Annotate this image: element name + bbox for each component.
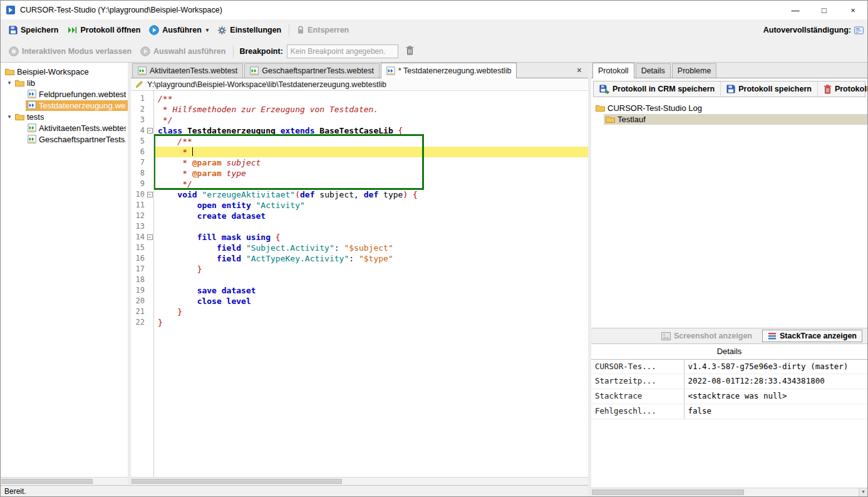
tab-details[interactable]: Details [636,63,671,78]
tree-item[interactable]: Testlauf [591,113,867,125]
code-line[interactable]: } [154,264,588,275]
code-line[interactable]: * @param subject [154,157,588,168]
close-button[interactable]: × [839,1,867,19]
line-number: 4 [131,125,146,136]
save-button[interactable]: Speichern [4,23,63,37]
code-editor[interactable]: 12345678910111213141516171819202122 −−− … [131,91,588,477]
open-protocol-label: Protokoll öffnen [80,26,140,34]
breakpoint-delete-button[interactable] [402,44,418,59]
code-line[interactable]: /** [154,93,588,104]
line-number: 14 [131,232,146,243]
line-number: 16 [131,253,146,264]
line-number: 21 [131,306,146,317]
code-text[interactable]: /** * Hilfsmethoden zur Erzeugung von Te… [154,91,588,477]
debug-toolbar: Interaktiven Modus verlassen Auswahl aus… [1,41,867,63]
scrollbar-thumb[interactable] [592,489,744,495]
unlock-button[interactable]: Entsperren [292,23,353,37]
open-protocol-button[interactable]: Protokoll öffnen [63,23,145,37]
code-line[interactable] [154,221,588,232]
breakpoint-label: Breakpoint: [239,47,282,56]
code-line[interactable] [154,275,588,285]
expander-icon[interactable]: ▾ [6,80,13,86]
webtestlib-icon [28,90,36,98]
tab-label: AktivitaetenTests.webtest [150,66,237,75]
details-row: Startzeitp...2022-08-01T12:28:33.4343818… [591,374,867,389]
code-line[interactable]: */ [154,115,588,125]
code-line[interactable]: void "erzeugeAktivitaet"(def subject, de… [154,189,588,200]
code-line[interactable]: * @param type [154,168,588,179]
show-stacktrace-button[interactable]: StackTrace anzeigen [762,330,862,342]
code-line[interactable]: fill mask using { [154,232,588,243]
code-line[interactable]: /** [154,136,588,147]
trash-icon [824,85,832,94]
tree-item[interactable]: Beispiel-Workspace [1,66,128,77]
unlock-label: Entsperren [307,26,349,34]
code-line[interactable]: save dataset [154,285,588,296]
tree-item[interactable]: ▾lib [1,77,128,88]
tree-item[interactable]: ▾tests [1,111,128,122]
fold-marker[interactable]: − [147,234,153,240]
fold-marker[interactable]: − [147,128,153,133]
code-line[interactable]: class Testdatenerzeugung extends BaseTes… [154,125,588,136]
tab-label: Details [641,66,665,75]
run-selection-button[interactable]: Auswahl ausführen [136,44,230,59]
tab-aktivitaetentests[interactable]: AktivitaetenTests.webtest [132,63,243,78]
code-line[interactable]: */ [154,179,588,189]
code-line[interactable]: create dataset [154,211,588,221]
editor-panel: AktivitaetenTests.webtest Geschaeftspart… [131,63,588,485]
tree-item[interactable]: GeschaeftspartnerTests.webtest [1,133,128,145]
code-line[interactable]: field "ActTypeKey.Activity": "$type" [154,253,588,264]
save-protocol-button[interactable]: Protokoll speichern [721,81,818,97]
save-protocol-crm-button[interactable]: Protokoll in CRM speichern [594,81,721,97]
code-line[interactable]: close level [154,296,588,306]
tree-hscrollbar[interactable] [1,477,128,485]
editor-hscrollbar[interactable] [131,477,588,485]
tree-item[interactable]: Testdatenerzeugung.webtestlib [1,100,128,111]
code-line[interactable]: * [154,147,588,157]
tab-probleme[interactable]: Probleme [672,63,717,78]
line-number: 19 [131,285,146,296]
maximize-button[interactable]: □ [810,1,839,19]
breakpoint-input[interactable] [287,44,398,58]
tab-label: Probleme [678,66,711,75]
chevron-down-icon[interactable]: ▾ [206,27,209,33]
tab-protokoll[interactable]: Protokoll [592,63,634,78]
fold-marker[interactable]: − [147,192,153,197]
run-selection-label: Auswahl ausführen [153,47,225,56]
tree-item-label: Testdatenerzeugung.webtestlib [39,101,126,110]
code-line[interactable]: } [154,317,588,328]
autocomplete-icon[interactable] [854,26,864,34]
settings-label: Einstellungen [230,26,281,34]
tab-label: Protokoll [598,66,629,75]
code-line[interactable]: open entity "Activity" [154,200,588,211]
tab-geschaeftspartnertests[interactable]: GeschaeftspartnerTests.webtest [244,63,380,78]
log-tree: CURSOR-Test-Studio LogTestlauf [591,100,867,328]
scrollbar-thumb[interactable] [132,479,342,484]
tree-item-label: AktivitaetenTests.webtest [39,123,126,133]
leave-interactive-button[interactable]: Interaktiven Modus verlassen [4,44,136,59]
details-key: Fehlgeschl... [591,404,684,419]
code-line[interactable]: * Hilfsmethoden zur Erzeugung von Testda… [154,104,588,115]
run-button[interactable]: Ausführen ▾ [145,23,213,38]
code-line[interactable]: } [154,306,588,317]
tree-item[interactable]: AktivitaetenTests.webtest [1,122,128,133]
tab-testdatenerzeugung[interactable]: * Testdatenerzeugung.webtestlib [381,63,517,78]
line-number: 2 [131,104,146,115]
tree-item[interactable]: Feldpruefungen.webtestlib [1,88,128,100]
window-controls: — □ × [781,1,867,19]
line-number: 9 [131,179,146,189]
clear-protocol-button[interactable]: Protokoll leeren [818,81,867,97]
scrollbar-thumb[interactable] [1,479,93,484]
show-screenshot-button[interactable]: Screenshot anzeigen [656,330,757,342]
minimize-button[interactable]: — [781,1,810,19]
app-icon [6,5,16,15]
expander-icon[interactable]: ▾ [6,113,13,120]
tree-item[interactable]: CURSOR-Test-Studio Log [591,102,867,113]
tab-close-button[interactable]: × [577,65,582,75]
folder-icon [5,68,14,75]
scroll-corner-icon[interactable]: ▾ [859,488,867,496]
log-hscrollbar[interactable]: ▾ [591,488,867,496]
settings-button[interactable]: Einstellungen [213,23,286,38]
code-line[interactable]: field "Subject.Activity": "$subject" [154,243,588,253]
line-number: 18 [131,275,146,285]
